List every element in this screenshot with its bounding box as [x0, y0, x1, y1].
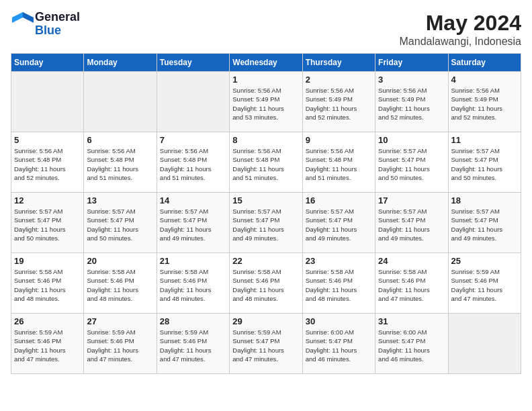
page-header: General Blue May 2024 Mandalawangi, Indo…	[11, 11, 521, 48]
calendar-cell: 30Sunrise: 6:00 AM Sunset: 5:47 PM Dayli…	[302, 314, 375, 374]
title-block: May 2024 Mandalawangi, Indonesia	[400, 11, 521, 48]
calendar-cell: 7Sunrise: 5:56 AM Sunset: 5:48 PM Daylig…	[157, 132, 229, 193]
day-number: 24	[378, 256, 445, 266]
day-info: Sunrise: 5:59 AM Sunset: 5:46 PM Dayligh…	[87, 328, 153, 363]
calendar-cell: 22Sunrise: 5:58 AM Sunset: 5:46 PM Dayli…	[230, 253, 302, 314]
calendar-cell: 16Sunrise: 5:57 AM Sunset: 5:47 PM Dayli…	[302, 193, 375, 253]
calendar-cell: 11Sunrise: 5:57 AM Sunset: 5:47 PM Dayli…	[448, 132, 521, 193]
logo-general: General	[35, 10, 80, 24]
weekday-header-saturday: Saturday	[448, 54, 521, 72]
calendar-cell	[84, 72, 157, 132]
day-number: 1	[232, 75, 299, 85]
weekday-header-sunday: Sunday	[11, 54, 84, 72]
calendar-cell: 4Sunrise: 5:56 AM Sunset: 5:49 PM Daylig…	[448, 72, 521, 132]
calendar-week-row: 12Sunrise: 5:57 AM Sunset: 5:47 PM Dayli…	[11, 193, 521, 253]
calendar-subtitle: Mandalawangi, Indonesia	[400, 36, 521, 48]
day-number: 28	[160, 316, 226, 326]
day-number: 3	[378, 75, 445, 85]
calendar-week-row: 19Sunrise: 5:58 AM Sunset: 5:46 PM Dayli…	[11, 253, 521, 314]
day-info: Sunrise: 5:58 AM Sunset: 5:46 PM Dayligh…	[14, 267, 81, 303]
day-info: Sunrise: 5:57 AM Sunset: 5:47 PM Dayligh…	[451, 207, 518, 242]
day-info: Sunrise: 5:58 AM Sunset: 5:46 PM Dayligh…	[232, 267, 299, 303]
day-number: 14	[160, 195, 226, 205]
day-info: Sunrise: 5:59 AM Sunset: 5:46 PM Dayligh…	[14, 328, 81, 363]
calendar-cell: 17Sunrise: 5:57 AM Sunset: 5:47 PM Dayli…	[375, 193, 448, 253]
calendar-cell: 10Sunrise: 5:57 AM Sunset: 5:47 PM Dayli…	[375, 132, 448, 193]
calendar-table: SundayMondayTuesdayWednesdayThursdayFrid…	[11, 53, 521, 374]
day-info: Sunrise: 5:56 AM Sunset: 5:48 PM Dayligh…	[160, 146, 226, 182]
calendar-cell: 23Sunrise: 5:58 AM Sunset: 5:46 PM Dayli…	[302, 253, 375, 314]
day-number: 30	[306, 316, 372, 326]
day-number: 27	[87, 316, 153, 326]
day-info: Sunrise: 5:57 AM Sunset: 5:47 PM Dayligh…	[378, 207, 445, 242]
calendar-cell: 26Sunrise: 5:59 AM Sunset: 5:46 PM Dayli…	[11, 314, 84, 374]
calendar-cell: 9Sunrise: 5:56 AM Sunset: 5:48 PM Daylig…	[302, 132, 375, 193]
calendar-title: May 2024	[400, 11, 521, 36]
day-number: 19	[14, 256, 81, 266]
day-number: 7	[160, 135, 226, 145]
day-info: Sunrise: 5:56 AM Sunset: 5:48 PM Dayligh…	[232, 146, 299, 182]
calendar-cell	[157, 72, 229, 132]
calendar-cell: 1Sunrise: 5:56 AM Sunset: 5:49 PM Daylig…	[230, 72, 302, 132]
day-number: 13	[87, 195, 153, 205]
day-number: 23	[306, 256, 372, 266]
day-info: Sunrise: 5:57 AM Sunset: 5:47 PM Dayligh…	[306, 207, 372, 242]
calendar-cell: 25Sunrise: 5:59 AM Sunset: 5:46 PM Dayli…	[448, 253, 521, 314]
calendar-cell: 8Sunrise: 5:56 AM Sunset: 5:48 PM Daylig…	[230, 132, 302, 193]
calendar-cell: 19Sunrise: 5:58 AM Sunset: 5:46 PM Dayli…	[11, 253, 84, 314]
svg-marker-1	[23, 12, 34, 23]
day-number: 21	[160, 256, 226, 266]
day-info: Sunrise: 5:58 AM Sunset: 5:46 PM Dayligh…	[378, 267, 445, 303]
day-number: 26	[14, 316, 81, 326]
day-number: 17	[378, 195, 445, 205]
calendar-cell: 31Sunrise: 6:00 AM Sunset: 5:47 PM Dayli…	[375, 314, 448, 374]
calendar-week-row: 26Sunrise: 5:59 AM Sunset: 5:46 PM Dayli…	[11, 314, 521, 374]
day-info: Sunrise: 5:56 AM Sunset: 5:49 PM Dayligh…	[232, 86, 299, 122]
weekday-header-thursday: Thursday	[302, 54, 375, 72]
weekday-header-friday: Friday	[375, 54, 448, 72]
weekday-header-tuesday: Tuesday	[157, 54, 229, 72]
svg-marker-2	[12, 12, 23, 23]
calendar-cell: 20Sunrise: 5:58 AM Sunset: 5:46 PM Dayli…	[84, 253, 157, 314]
day-number: 18	[451, 195, 518, 205]
day-info: Sunrise: 5:58 AM Sunset: 5:46 PM Dayligh…	[160, 267, 226, 303]
day-info: Sunrise: 5:57 AM Sunset: 5:47 PM Dayligh…	[232, 207, 299, 242]
calendar-cell	[448, 314, 521, 374]
day-info: Sunrise: 5:56 AM Sunset: 5:48 PM Dayligh…	[14, 146, 81, 182]
calendar-cell: 6Sunrise: 5:56 AM Sunset: 5:48 PM Daylig…	[84, 132, 157, 193]
day-info: Sunrise: 5:57 AM Sunset: 5:47 PM Dayligh…	[160, 207, 226, 242]
calendar-cell: 29Sunrise: 5:59 AM Sunset: 5:47 PM Dayli…	[230, 314, 302, 374]
day-info: Sunrise: 5:57 AM Sunset: 5:47 PM Dayligh…	[378, 146, 445, 182]
day-number: 20	[87, 256, 153, 266]
day-info: Sunrise: 5:57 AM Sunset: 5:47 PM Dayligh…	[87, 207, 153, 242]
calendar-cell: 3Sunrise: 5:56 AM Sunset: 5:49 PM Daylig…	[375, 72, 448, 132]
calendar-cell: 21Sunrise: 5:58 AM Sunset: 5:46 PM Dayli…	[157, 253, 229, 314]
day-number: 31	[378, 316, 445, 326]
calendar-cell: 2Sunrise: 5:56 AM Sunset: 5:49 PM Daylig…	[302, 72, 375, 132]
day-info: Sunrise: 5:59 AM Sunset: 5:46 PM Dayligh…	[160, 328, 226, 363]
calendar-cell	[11, 72, 84, 132]
calendar-cell: 18Sunrise: 5:57 AM Sunset: 5:47 PM Dayli…	[448, 193, 521, 253]
day-number: 2	[306, 75, 372, 85]
day-info: Sunrise: 5:56 AM Sunset: 5:48 PM Dayligh…	[306, 146, 372, 182]
logo-blue: Blue	[35, 24, 61, 37]
calendar-cell: 12Sunrise: 5:57 AM Sunset: 5:47 PM Dayli…	[11, 193, 84, 253]
calendar-cell: 27Sunrise: 5:59 AM Sunset: 5:46 PM Dayli…	[84, 314, 157, 374]
day-number: 25	[451, 256, 518, 266]
day-info: Sunrise: 5:58 AM Sunset: 5:46 PM Dayligh…	[306, 267, 372, 303]
logo: General Blue	[11, 11, 80, 38]
calendar-cell: 15Sunrise: 5:57 AM Sunset: 5:47 PM Dayli…	[230, 193, 302, 253]
day-number: 29	[232, 316, 299, 326]
day-info: Sunrise: 5:57 AM Sunset: 5:47 PM Dayligh…	[14, 207, 81, 242]
calendar-week-row: 1Sunrise: 5:56 AM Sunset: 5:49 PM Daylig…	[11, 72, 521, 132]
day-number: 5	[14, 135, 81, 145]
day-info: Sunrise: 5:56 AM Sunset: 5:49 PM Dayligh…	[451, 86, 518, 122]
day-number: 6	[87, 135, 153, 145]
weekday-header-row: SundayMondayTuesdayWednesdayThursdayFrid…	[11, 54, 521, 72]
calendar-cell: 24Sunrise: 5:58 AM Sunset: 5:46 PM Dayli…	[375, 253, 448, 314]
day-number: 9	[306, 135, 372, 145]
day-info: Sunrise: 6:00 AM Sunset: 5:47 PM Dayligh…	[306, 328, 372, 363]
logo-icon	[11, 11, 35, 35]
day-info: Sunrise: 5:58 AM Sunset: 5:46 PM Dayligh…	[87, 267, 153, 303]
day-number: 8	[232, 135, 299, 145]
